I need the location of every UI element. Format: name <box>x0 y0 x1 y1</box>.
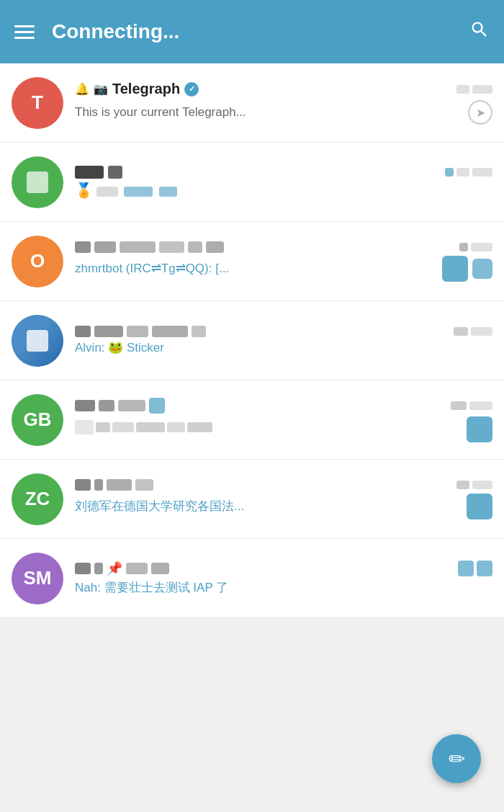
chat-header <box>75 398 492 414</box>
avatar: T <box>12 77 63 129</box>
chat-time <box>456 481 492 489</box>
forward-icon: ➤ <box>468 100 492 125</box>
chat-content: 🔔 📷 Telegraph This is your current Teleg… <box>75 81 492 125</box>
avatar <box>12 315 63 367</box>
chat-preview: zhmrtbot (IRC⇌Tg⇌QQ): [..‌. <box>75 261 436 276</box>
chat-preview-row: This is your current Telegraph... ➤ <box>75 100 492 125</box>
chat-content <box>75 398 492 442</box>
camera-icon: 📷 <box>94 82 108 96</box>
chat-header <box>75 479 492 491</box>
chat-header: 🔔 📷 Telegraph <box>75 81 492 97</box>
chat-preview-row <box>75 416 492 442</box>
avatar: ZC <box>12 473 63 525</box>
chat-preview: Nah: 需要壮士去测试 IAP 了 <box>75 579 492 596</box>
chat-name-row: 📌 <box>75 561 458 576</box>
chat-item[interactable]: SM 📌 Nah: 需要壮士去测试 IAP <box>0 539 504 618</box>
chat-preview-row: 刘德军在德国大学研究各国法... <box>75 494 492 519</box>
chat-preview-row: zhmrtbot (IRC⇌Tg⇌QQ): [..‌. <box>75 256 492 282</box>
chat-preview-row: Nah: 需要壮士去测试 IAP 了 <box>75 579 492 596</box>
chat-item[interactable]: 🏅 <box>0 143 504 222</box>
chat-content: Alvin: 🐸 Sticker <box>75 326 492 355</box>
chat-list: T 🔔 📷 Telegraph This is your current Tel… <box>0 63 504 618</box>
avatar: SM <box>12 553 63 604</box>
chat-preview-row: 🏅 <box>75 182 492 199</box>
chat-preview: This is your current Telegraph... <box>75 105 462 120</box>
chat-preview: Alvin: 🐸 Sticker <box>75 340 492 355</box>
verified-badge <box>184 82 199 97</box>
chat-preview <box>75 420 461 438</box>
chat-item[interactable]: ZC 刘德军在德国大学研究各国法... <box>0 460 504 539</box>
search-icon[interactable] <box>469 19 490 45</box>
chat-name-row <box>75 479 456 491</box>
top-bar: Connecting... <box>0 0 504 63</box>
chat-time <box>451 401 492 410</box>
chat-item[interactable]: GB <box>0 380 504 460</box>
pencil-icon: ✏ <box>449 747 465 771</box>
chat-name-row: 🔔 📷 Telegraph <box>75 81 456 97</box>
chat-header: 📌 <box>75 561 492 576</box>
chat-content: zhmrtbot (IRC⇌Tg⇌QQ): [..‌. <box>75 241 492 282</box>
chat-item[interactable]: Alvin: 🐸 Sticker <box>0 301 504 380</box>
chat-content: 📌 Nah: 需要壮士去测试 IAP 了 <box>75 561 492 596</box>
menu-icon[interactable] <box>14 25 35 39</box>
avatar <box>12 156 63 208</box>
chat-name-row <box>75 166 445 179</box>
chat-content: 🏅 <box>75 166 492 199</box>
chat-header <box>75 326 492 337</box>
chat-preview: 🏅 <box>75 182 492 199</box>
compose-button[interactable]: ✏ <box>432 734 481 783</box>
chat-header <box>75 166 492 179</box>
chat-name-row <box>75 241 459 253</box>
chat-preview: 刘德军在德国大学研究各国法... <box>75 498 461 514</box>
chat-time <box>456 85 492 94</box>
mute-icon: 🔔 <box>75 82 89 96</box>
top-bar-title: Connecting... <box>52 20 452 43</box>
chat-time <box>445 168 492 177</box>
chat-name-row <box>75 326 454 337</box>
chat-time <box>458 561 492 576</box>
chat-time <box>459 243 492 251</box>
avatar: GB <box>12 394 63 446</box>
chat-item[interactable]: O zhmrtb <box>0 222 504 301</box>
chat-content: 刘德军在德国大学研究各国法... <box>75 479 492 519</box>
avatar: O <box>12 236 63 287</box>
chat-right <box>442 256 492 282</box>
chat-preview-row: Alvin: 🐸 Sticker <box>75 340 492 355</box>
chat-item[interactable]: T 🔔 📷 Telegraph This is your current Tel… <box>0 63 504 143</box>
chat-name: Telegraph <box>112 81 180 97</box>
chat-name-row <box>75 398 451 414</box>
chat-header <box>75 241 492 253</box>
chat-time <box>454 327 492 336</box>
